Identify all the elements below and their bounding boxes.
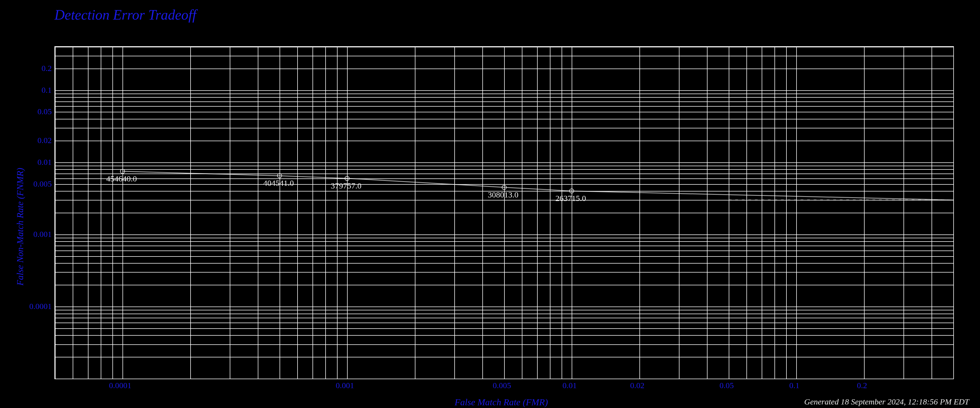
x-tick: 0.005	[493, 381, 511, 390]
gridline-h	[55, 310, 953, 310]
gridline-h	[55, 241, 953, 242]
y-tick: 0.1	[22, 86, 52, 95]
data-point-label: 308013.0	[488, 190, 519, 199]
chart-title: Detection Error Tradeoff	[54, 7, 196, 23]
gridline-h	[55, 97, 953, 98]
y-tick: 0.01	[22, 157, 52, 167]
gridline-h	[55, 344, 953, 345]
gridline-h	[55, 119, 953, 119]
data-point-label: 454640.0	[106, 174, 137, 183]
gridline-h	[55, 106, 953, 106]
y-tick: 0.2	[22, 64, 52, 73]
gridline-h	[55, 112, 953, 112]
x-tick: 0.05	[719, 381, 734, 390]
y-tick: 0.005	[22, 179, 52, 189]
gridline-h	[55, 246, 953, 246]
x-tick: 0.0001	[109, 381, 132, 390]
gridline-v	[953, 47, 954, 379]
gridline-h	[55, 357, 953, 357]
gridline-h	[55, 68, 953, 69]
gridline-h	[55, 335, 953, 336]
gridline-h	[55, 314, 953, 314]
gridline-h	[55, 251, 953, 251]
data-point-marker	[120, 169, 125, 174]
gridline-h	[55, 328, 953, 329]
gridline-h	[55, 318, 953, 318]
data-point-marker	[569, 189, 574, 194]
gridline-h	[55, 235, 953, 235]
gridline-h	[55, 162, 953, 163]
gridline-h	[55, 213, 953, 213]
x-axis-label: False Match Rate (FMR)	[455, 397, 548, 408]
data-point-label: 404541.0	[263, 178, 294, 188]
data-point-marker	[502, 185, 507, 190]
x-tick: 0.001	[336, 381, 354, 390]
gridline-h	[55, 90, 953, 91]
gridline-h	[55, 173, 953, 174]
x-tick: 0.02	[630, 381, 644, 390]
plot-area: 454640.0404541.0379757.0308013.0263715.0	[54, 46, 954, 379]
data-point-label: 379757.0	[331, 181, 361, 191]
gridline-h	[55, 102, 953, 102]
gridline-h	[55, 256, 953, 257]
gridline-h	[55, 263, 953, 264]
gridline-h	[55, 141, 953, 141]
gridline-h	[55, 128, 953, 129]
gridline-h	[55, 47, 953, 47]
data-point-marker	[345, 176, 350, 181]
x-tick: 0.01	[562, 381, 577, 390]
gridline-h	[55, 56, 953, 56]
gridline-h	[55, 200, 953, 200]
generated-timestamp: Generated 18 September 2024, 12:18:56 PM…	[804, 397, 969, 406]
x-tick: 0.1	[789, 381, 800, 390]
gridline-h	[55, 379, 953, 379]
gridline-h	[55, 178, 953, 179]
gridline-h	[55, 285, 953, 285]
y-tick: 0.05	[22, 107, 52, 116]
gridline-h	[55, 166, 953, 166]
gridline-h	[55, 306, 953, 307]
x-tick: 0.2	[857, 381, 867, 390]
y-tick: 0.001	[22, 230, 52, 239]
y-tick: 0.02	[22, 136, 52, 145]
gridline-h	[55, 169, 953, 170]
y-tick: 0.0001	[22, 302, 52, 311]
gridline-h	[55, 322, 953, 323]
data-point-label: 263715.0	[555, 194, 586, 203]
gridline-h	[55, 94, 953, 94]
gridline-h	[55, 238, 953, 238]
data-point-marker	[277, 173, 282, 178]
gridline-h	[55, 184, 953, 185]
gridline-h	[55, 272, 953, 273]
